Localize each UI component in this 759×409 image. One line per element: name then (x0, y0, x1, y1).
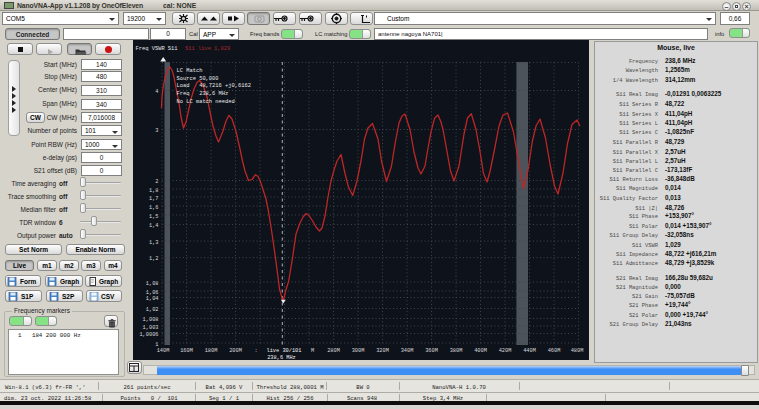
svg-text:Frequency: Frequency (629, 59, 659, 65)
svg-text:Freq 238,6 MHz: Freq 238,6 MHz (177, 91, 229, 97)
svg-text:2: 2 (155, 179, 158, 185)
svg-text:-32,058ns: -32,058ns (665, 231, 694, 239)
svg-text:1,029: 1,029 (665, 241, 681, 249)
svg-text:S11 Group Delay: S11 Group Delay (609, 233, 658, 239)
svg-text:4: 4 (155, 89, 158, 95)
svg-text:238,6 MHz: 238,6 MHz (665, 57, 695, 65)
svg-text:S11 Parallel C: S11 Parallel C (613, 168, 658, 174)
svg-text:S11 live 1,029: S11 live 1,029 (185, 46, 230, 52)
svg-text:300M: 300M (352, 348, 365, 354)
svg-text:2,57uH: 2,57uH (665, 148, 686, 156)
svg-text:S11 |Z|: S11 |Z| (635, 206, 658, 212)
svg-text:1/4 Wavelength: 1/4 Wavelength (613, 78, 658, 84)
svg-text:-1,0825nF: -1,0825nF (665, 128, 694, 136)
svg-text:3: 3 (155, 128, 158, 134)
svg-text:420M: 420M (499, 348, 512, 354)
svg-text:+153,907°: +153,907° (665, 212, 694, 220)
svg-text:261 points/sec: 261 points/sec (124, 384, 171, 391)
svg-text:S11 Series X: S11 Series X (619, 112, 659, 118)
svg-text:S11 Polar: S11 Polar (629, 224, 658, 230)
svg-text:0,000 +19,744°: 0,000 +19,744° (665, 311, 708, 319)
svg-text:460M: 460M (548, 348, 561, 354)
svg-text:No LC match needed: No LC match needed (177, 99, 235, 105)
svg-text:1,003: 1,003 (143, 325, 159, 331)
svg-text:NanoVNA-H 1.0.70: NanoVNA-H 1.0.70 (432, 384, 486, 391)
svg-text:238,6 MHz: 238,6 MHz (267, 355, 296, 361)
svg-text:-173,13fF: -173,13fF (665, 166, 692, 174)
svg-text:48,729: 48,729 (665, 138, 685, 146)
svg-text:Wavelength: Wavelength (626, 68, 658, 74)
svg-text:200M: 200M (229, 348, 242, 354)
svg-text:Threshold 288,0001 M: Threshold 288,0001 M (256, 384, 323, 391)
svg-text:1,06: 1,06 (146, 290, 159, 296)
svg-text:S11 VSWR: S11 VSWR (632, 243, 659, 249)
svg-text:LC Match: LC Match (177, 68, 203, 74)
svg-text:S21 Polar: S21 Polar (629, 313, 658, 319)
svg-text:21,043ns: 21,043ns (665, 320, 692, 328)
svg-text:411,04pH: 411,04pH (665, 110, 693, 118)
svg-text:340M: 340M (401, 348, 414, 354)
svg-text:Source 50,000: Source 50,000 (177, 76, 219, 82)
svg-text:S21 Gain: S21 Gain (632, 294, 658, 300)
svg-text:S21 Magnitude: S21 Magnitude (616, 285, 658, 291)
svg-text:2,57uH: 2,57uH (665, 157, 686, 165)
svg-text:S11 Parallel L: S11 Parallel L (613, 159, 658, 165)
svg-text:S11 Real Imag: S11 Real Imag (616, 92, 658, 98)
svg-text:380M: 380M (450, 348, 463, 354)
svg-text:1,008: 1,008 (143, 317, 159, 323)
svg-text:411,04pH: 411,04pH (665, 119, 693, 127)
svg-text:BW 0: BW 0 (356, 384, 370, 391)
svg-text:1,2565m: 1,2565m (665, 66, 690, 74)
svg-text:1,2: 1,2 (149, 256, 159, 262)
svg-text:320M: 320M (376, 348, 389, 354)
svg-text:+19,744°: +19,744° (665, 301, 691, 309)
svg-text:Win-8.1 (v6.3) fr-FR ',': Win-8.1 (v6.3) fr-FR ',' (5, 384, 86, 391)
svg-text:140M: 140M (157, 348, 170, 354)
svg-text:440M: 440M (523, 348, 536, 354)
svg-text:0,000: 0,000 (665, 283, 681, 291)
svg-text:166,28u 59,682u: 166,28u 59,682u (665, 274, 713, 282)
svg-text:M: M (311, 348, 314, 354)
svg-text:Bat 4,096 V: Bat 4,096 V (206, 384, 244, 391)
svg-text:1,0006: 1,0006 (139, 332, 158, 338)
svg-text:S11 Series C: S11 Series C (619, 130, 658, 136)
svg-text:S11 Return Loss: S11 Return Loss (609, 177, 658, 183)
svg-text:1,04: 1,04 (146, 296, 159, 302)
svg-text:-0,01291 0,0063225: -0,01291 0,0063225 (665, 90, 722, 98)
svg-text:280M: 280M (327, 348, 340, 354)
svg-text:S11 Quality Factor: S11 Quality Factor (600, 196, 658, 202)
svg-text:480M: 480M (571, 348, 584, 354)
svg-text:1,8: 1,8 (149, 188, 159, 194)
svg-text:-75,057dB: -75,057dB (665, 292, 695, 300)
svg-text:Freq VSWR S11: Freq VSWR S11 (136, 46, 178, 52)
svg-text:160M: 160M (180, 348, 193, 354)
svg-text:-36,848dB: -36,848dB (665, 175, 695, 183)
svg-text:1,3: 1,3 (149, 240, 159, 246)
svg-text:1,08: 1,08 (146, 281, 159, 287)
svg-text:314,12mm: 314,12mm (665, 76, 696, 84)
svg-text:0,014 +153,907°: 0,014 +153,907° (665, 222, 712, 230)
svg-text:S11 Impedance: S11 Impedance (616, 252, 658, 258)
svg-text:1,02: 1,02 (146, 307, 159, 313)
svg-text:S11 Phase: S11 Phase (629, 214, 658, 220)
svg-text:48,722: 48,722 (665, 100, 685, 108)
svg-text:S21 Group Delay: S21 Group Delay (609, 322, 658, 328)
svg-text:S11 Magnitude: S11 Magnitude (616, 186, 658, 192)
svg-text:48,726: 48,726 (665, 204, 685, 212)
svg-text:S11 Series R: S11 Series R (619, 102, 659, 108)
svg-text:180M: 180M (205, 348, 218, 354)
svg-text:S21 Real Imag: S21 Real Imag (616, 276, 658, 282)
svg-text:S11 Admittance: S11 Admittance (613, 261, 658, 267)
svg-text:400M: 400M (474, 348, 487, 354)
svg-text:1,6: 1,6 (149, 205, 159, 211)
svg-text:Load 48,7216 +j0,6162: Load 48,7216 +j0,6162 (177, 83, 251, 89)
svg-text:1,5: 1,5 (149, 214, 159, 220)
svg-text:0,014: 0,014 (665, 184, 681, 192)
svg-text:0,013: 0,013 (665, 194, 681, 202)
svg-text:S21 Phase: S21 Phase (629, 303, 658, 309)
svg-text::: : (254, 348, 257, 354)
svg-text:48,722 +j616,21m: 48,722 +j616,21m (665, 250, 717, 258)
svg-text:S11 Parallel X: S11 Parallel X (613, 150, 659, 156)
svg-text:S11 Parallel R: S11 Parallel R (613, 140, 659, 146)
svg-text:1,7: 1,7 (149, 196, 159, 202)
